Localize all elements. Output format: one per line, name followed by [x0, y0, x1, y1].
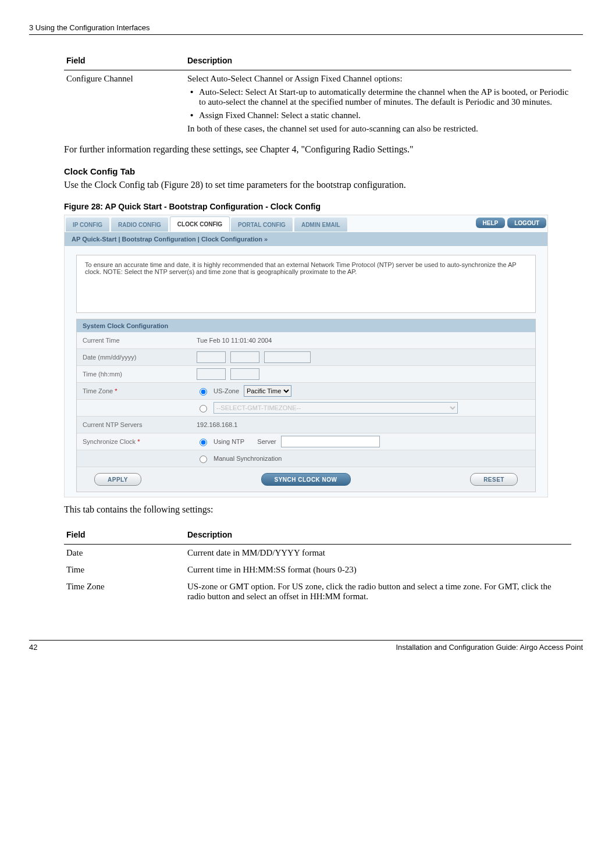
- table-header-row: Field Description: [64, 52, 571, 69]
- label-sync-text: Synchronize Clock: [83, 438, 136, 445]
- server-label: Server: [257, 438, 276, 445]
- col-header-desc: Description: [185, 527, 571, 543]
- time-mm-input[interactable]: [230, 368, 259, 380]
- table-header-row: Field Description: [64, 527, 571, 543]
- manual-sync-label: Manual Synchronization: [214, 455, 282, 462]
- row-date: Date (mm/dd/yyyy): [77, 349, 535, 366]
- page-header: 3 Using the Configuration Interfaces: [29, 23, 583, 35]
- col-header-field: Field: [64, 52, 185, 69]
- tab-radio-config[interactable]: RADIO CONFIG: [111, 218, 169, 232]
- label-manual-empty: [77, 456, 193, 461]
- label-date: Date (mm/dd/yyyy): [77, 351, 193, 363]
- screenshot-clock-config: IP CONFIG RADIO CONFIG CLOCK CONFIG PORT…: [64, 215, 548, 497]
- row-manual-sync: Manual Synchronization: [77, 450, 535, 467]
- paragraph: For further information regarding these …: [64, 144, 583, 155]
- required-asterisk: *: [115, 387, 117, 394]
- label-timezone-text: Time Zone: [83, 387, 113, 394]
- us-zone-label: US-Zone: [214, 387, 239, 394]
- radio-us-zone[interactable]: [200, 388, 207, 396]
- field-table-1: Field Description Configure Channel Sele…: [64, 52, 571, 137]
- field-cell: Date: [64, 545, 185, 561]
- label-current-time: Current Time: [77, 335, 193, 346]
- paragraph: Use the Clock Config tab (Figure 28) to …: [64, 180, 583, 190]
- reset-button[interactable]: RESET: [470, 473, 518, 486]
- table-row: Time Current time in HH:MM:SS format (ho…: [64, 561, 571, 578]
- select-gmt-zone[interactable]: --SELECT-GMT-TIMEZONE--: [214, 402, 458, 414]
- page-number: 42: [29, 643, 37, 652]
- value-gmt: --SELECT-GMT-TIMEZONE--: [193, 400, 535, 415]
- row-time: Time (hh:mm): [77, 366, 535, 383]
- time-hh-input[interactable]: [197, 368, 226, 380]
- label-sync-clock: Synchronize Clock *: [77, 436, 193, 447]
- label-gmt-empty: [77, 405, 193, 410]
- footer-title: Installation and Configuration Guide: Ai…: [396, 643, 583, 652]
- required-asterisk: *: [137, 438, 140, 445]
- sync-clock-now-button[interactable]: SYNCH CLOCK NOW: [261, 473, 351, 486]
- figure-caption: Figure 28: AP Quick Start - Bootstrap Co…: [64, 202, 583, 211]
- using-ntp-label: Using NTP: [214, 438, 244, 445]
- radio-manual-sync[interactable]: [200, 456, 207, 463]
- radio-using-ntp[interactable]: [200, 439, 207, 446]
- radio-gmt-zone[interactable]: [200, 405, 207, 412]
- info-box: To ensure an accurate time and date, it …: [76, 255, 536, 313]
- row-ntp-servers: Current NTP Servers 192.168.168.1: [77, 417, 535, 433]
- table-row: Configure Channel Select Auto-Select Cha…: [64, 70, 571, 137]
- logout-button[interactable]: LOGOUT: [507, 218, 546, 228]
- table-row: Date Current date in MM/DD/YYYY format: [64, 545, 571, 561]
- row-timezone: Time Zone * US-Zone Pacific Time: [77, 383, 535, 400]
- paragraph: This tab contains the following settings…: [64, 504, 583, 515]
- col-header-desc: Description: [185, 52, 571, 69]
- chapter-label: 3 Using the Configuration Interfaces: [29, 23, 150, 32]
- section-heading: Clock Config Tab: [64, 166, 583, 176]
- field-cell: Configure Channel: [64, 70, 185, 137]
- field-cell: Time: [64, 561, 185, 578]
- desc-outro: In both of these cases, the channel set …: [187, 124, 569, 134]
- value-manual-sync: Manual Synchronization: [193, 452, 535, 465]
- field-cell: Time Zone: [64, 578, 185, 605]
- value-current-time: Tue Feb 10 11:01:40 2004: [193, 335, 535, 346]
- tab-admin-email[interactable]: ADMIN EMAIL: [294, 218, 348, 232]
- bullet-item: Assign Fixed Channel: Select a static ch…: [199, 111, 569, 120]
- field-table-1-wrapper: Field Description Configure Channel Sele…: [64, 52, 571, 137]
- value-timezone: US-Zone Pacific Time: [193, 383, 535, 399]
- date-yyyy-input[interactable]: [264, 351, 311, 363]
- row-sync-clock: Synchronize Clock * Using NTP Server: [77, 433, 535, 450]
- label-ntp-servers: Current NTP Servers: [77, 419, 193, 431]
- field-table-2: Field Description Date Current date in M…: [64, 527, 571, 605]
- tab-clock-config[interactable]: CLOCK CONFIG: [170, 216, 230, 232]
- desc-intro: Select Auto-Select Channel or Assign Fix…: [187, 74, 569, 84]
- tab-portal-config[interactable]: PORTAL CONFIG: [231, 218, 293, 232]
- settings-box: System Clock Configuration Current Time …: [76, 319, 536, 492]
- desc-bullets: Auto-Select: Select At Start-up to autom…: [187, 87, 569, 120]
- breadcrumb: AP Quick-Start | Bootstrap Configuration…: [65, 232, 547, 247]
- label-timezone: Time Zone *: [77, 385, 193, 397]
- desc-cell: US-zone or GMT option. For US zone, clic…: [185, 578, 571, 605]
- apply-button[interactable]: APPLY: [94, 473, 141, 486]
- date-dd-input[interactable]: [230, 351, 259, 363]
- value-sync-clock: Using NTP Server: [193, 434, 535, 449]
- tabs-row: IP CONFIG RADIO CONFIG CLOCK CONFIG PORT…: [65, 215, 547, 232]
- row-gmt: --SELECT-GMT-TIMEZONE--: [77, 400, 535, 417]
- desc-cell: Select Auto-Select Channel or Assign Fix…: [185, 70, 571, 137]
- date-mm-input[interactable]: [197, 351, 226, 363]
- help-button[interactable]: HELP: [476, 218, 506, 228]
- value-time: [193, 367, 535, 382]
- value-ntp-servers: 192.168.168.1: [193, 419, 535, 430]
- select-us-zone[interactable]: Pacific Time: [244, 385, 291, 397]
- table-row: Time Zone US-zone or GMT option. For US …: [64, 578, 571, 605]
- action-row: APPLY SYNCH CLOCK NOW RESET: [77, 467, 535, 492]
- settings-title: System Clock Configuration: [77, 319, 535, 332]
- bullet-item: Auto-Select: Select At Start-up to autom…: [199, 87, 569, 107]
- desc-cell: Current time in HH:MM:SS format (hours 0…: [185, 561, 571, 578]
- tab-ip-config[interactable]: IP CONFIG: [66, 218, 110, 232]
- tabs-spacer: [348, 215, 475, 232]
- desc-cell: Current date in MM/DD/YYYY format: [185, 545, 571, 561]
- value-date: [193, 350, 535, 365]
- page-footer: 42 Installation and Configuration Guide:…: [29, 640, 583, 652]
- field-table-2-wrapper: Field Description Date Current date in M…: [64, 527, 571, 605]
- label-time: Time (hh:mm): [77, 368, 193, 380]
- row-current-time: Current Time Tue Feb 10 11:01:40 2004: [77, 332, 535, 349]
- col-header-field: Field: [64, 527, 185, 543]
- ntp-server-input[interactable]: [281, 436, 380, 447]
